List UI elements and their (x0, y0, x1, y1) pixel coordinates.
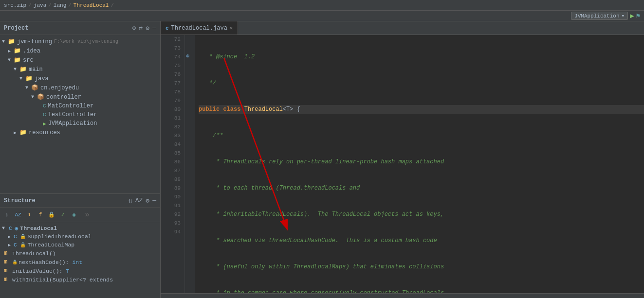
breadcrumb-java: java (34, 2, 46, 8)
tree-label: java (35, 75, 49, 82)
run-button[interactable]: ▶ (630, 12, 634, 20)
structure-panel-title: Structure (4, 197, 36, 204)
breakpoint-icon: ⊕ (186, 53, 189, 60)
sort-alpha-btn[interactable]: ↕ (2, 210, 12, 220)
check-btn[interactable]: ✓ (58, 210, 68, 220)
tree-item-java[interactable]: ▼ 📁 java (0, 74, 160, 83)
tree-item-cn-enjoyedu[interactable]: ▼ 📦 cn.enjoyedu (0, 83, 160, 92)
tree-label: cn.enjoyedu (40, 85, 79, 91)
sort-icon[interactable]: ⇅ (129, 197, 132, 205)
tree-label: .idea (23, 48, 40, 54)
expand-arrow: ▼ (2, 226, 8, 231)
expand-arrow: ▼ (8, 57, 14, 63)
minimize-icon[interactable]: — (152, 24, 156, 32)
struct-label: initialValue(): T (12, 268, 69, 274)
folder-icon: 📁 (14, 56, 21, 64)
tree-item-jvm-tuning[interactable]: ▼ 📁 jvm-tuning F:\work_vip\jvm-tuning (0, 37, 160, 46)
editor-gutter: ⊕ (185, 35, 195, 293)
java-class-icon: C (43, 112, 46, 118)
tree-label: controller (46, 94, 81, 101)
lock-btn[interactable]: 🔒 (47, 210, 56, 220)
app-class-icon: ▶ (43, 121, 46, 127)
lock-small-icon: 🔒 (12, 260, 18, 265)
tree-label: main (29, 66, 43, 73)
struct-label: withInitial(Supplier<? extends (12, 277, 113, 283)
tree-item-idea[interactable]: ▶ 📁 .idea (0, 46, 160, 55)
struct-withInitial[interactable]: m withInitial(Supplier<? extends (0, 275, 160, 284)
struct-root[interactable]: ▼ C ◉ ThreadLocal (0, 224, 160, 232)
code-editor[interactable]: * @since 1.2 */ public class ThreadLocal… (195, 35, 644, 293)
method-icon: m (4, 276, 11, 283)
tab-ThreadLocal[interactable]: c ThreadLocal.java ✕ (161, 21, 238, 35)
filter-btn[interactable]: AZ (13, 210, 23, 220)
editor-scrollbar[interactable] (161, 293, 644, 298)
add-icon[interactable]: ⊕ (132, 24, 136, 32)
tree-item-TestController[interactable]: ▶ C TestController (0, 110, 160, 119)
tree-item-JVMApplication[interactable]: ▶ ▶ JVMApplication (0, 119, 160, 128)
struct-nextHashCode[interactable]: m 🔒 nextHashCode(): int (0, 258, 160, 266)
struct-ThreadLocal-ctor[interactable]: m ThreadLocal() (0, 249, 160, 258)
tab-close-icon[interactable]: ✕ (230, 25, 233, 31)
tab-label: ThreadLocal.java (171, 25, 227, 32)
expand-arrow: ▼ (14, 67, 19, 72)
tree-label: src (23, 57, 34, 64)
project-header-icons: ⊕ ⇄ ⚙ — (132, 24, 156, 32)
editor-area: c ThreadLocal.java ✕ 72 73 74 75 76 77 7… (161, 21, 644, 298)
expand-arrow: ▶ (8, 242, 14, 248)
project-panel-title: Project (4, 25, 28, 32)
tree-item-MatController[interactable]: ▶ C MatController (0, 102, 160, 110)
tree-item-resources[interactable]: ▶ 📁 resources (0, 128, 160, 137)
struct-label: ThreadLocalMap (28, 242, 75, 248)
package-icon: 📦 (37, 93, 44, 101)
structure-tree: ▼ C ◉ ThreadLocal ▶ C 🔒 SuppliedThreadLo… (0, 222, 160, 298)
settings-icon[interactable]: ⚙ (146, 24, 149, 32)
class-icon: C (14, 234, 17, 240)
tree-label: JVMApplication (48, 120, 97, 127)
superclass-btn[interactable]: ⬆ (24, 210, 34, 220)
struct-initialValue[interactable]: m initialValue(): T (0, 266, 160, 275)
chevron-down-icon: ▾ (622, 13, 625, 19)
code-line-79: * searched via threadLocalHashCode. This… (199, 236, 644, 245)
editor-content: 72 73 74 75 76 77 78 79 80 81 82 83 84 8… (161, 35, 644, 293)
tree-item-src[interactable]: ▼ 📁 src (0, 55, 160, 65)
run-config-selector[interactable]: JVMApplication ▾ (571, 12, 628, 20)
code-line-76: * ThreadLocals rely on per-thread linear… (199, 158, 644, 166)
struct-SuppliedThreadLocal[interactable]: ▶ C 🔒 SuppliedThreadLocal (0, 232, 160, 241)
expand-arrow: ▶ (8, 234, 14, 240)
settings-icon[interactable]: ⚙ (146, 197, 149, 205)
method-icon: m (4, 259, 11, 265)
sort-az-icon[interactable]: AZ (135, 197, 143, 204)
lock-icon: 🔒 (20, 242, 26, 248)
tree-item-main[interactable]: ▼ 📁 main (0, 65, 160, 74)
class-icon: C (14, 242, 17, 248)
struct-root-label: ThreadLocal (20, 225, 57, 231)
top-run-bar: JVMApplication ▾ ▶ ⚑ (0, 11, 644, 21)
structure-header-icons: ⇅ AZ ⚙ — (129, 197, 156, 205)
code-line-77: * to each thread (Thread.threadLocals an… (199, 184, 644, 193)
main-layout: Project ⊕ ⇄ ⚙ — ▼ 📁 jvm-tuning F:\work_v… (0, 21, 644, 298)
class-btn[interactable]: f (36, 210, 45, 220)
code-line-78: * inheritableThreadLocals). The ThreadLo… (199, 210, 644, 219)
tree-item-controller[interactable]: ▼ 📦 controller (0, 92, 160, 102)
minimize-icon[interactable]: — (152, 197, 156, 204)
tree-label: TestController (48, 111, 97, 118)
debug-button[interactable]: ⚑ (636, 12, 640, 20)
project-section: Project ⊕ ⇄ ⚙ — ▼ 📁 jvm-tuning F:\work_v… (0, 21, 160, 194)
struct-root-circle: ◉ (15, 225, 18, 231)
expand-btn[interactable]: ◉ (69, 210, 79, 220)
code-line-80: * (useful only within ThreadLocalMaps) t… (199, 263, 644, 271)
expand-arrow: ▼ (19, 76, 25, 81)
more-btn[interactable]: » (82, 210, 92, 220)
folder-icon: 📁 (8, 38, 15, 45)
struct-ThreadLocalMap[interactable]: ▶ C 🔒 ThreadLocalMap (0, 241, 160, 249)
structure-panel-header: Structure ⇅ AZ ⚙ — (0, 194, 160, 208)
left-panel: Project ⊕ ⇄ ⚙ — ▼ 📁 jvm-tuning F:\work_v… (0, 21, 161, 298)
code-line-74: public class ThreadLocal<T> { (199, 105, 644, 114)
package-icon: 📦 (31, 84, 38, 91)
expand-arrow: ▼ (25, 85, 31, 90)
class-icon: C (9, 226, 12, 231)
sync-icon[interactable]: ⇄ (139, 24, 143, 32)
folder-icon: 📁 (25, 75, 33, 82)
expand-arrow: ▼ (31, 94, 37, 100)
java-class-icon: C (43, 103, 46, 109)
